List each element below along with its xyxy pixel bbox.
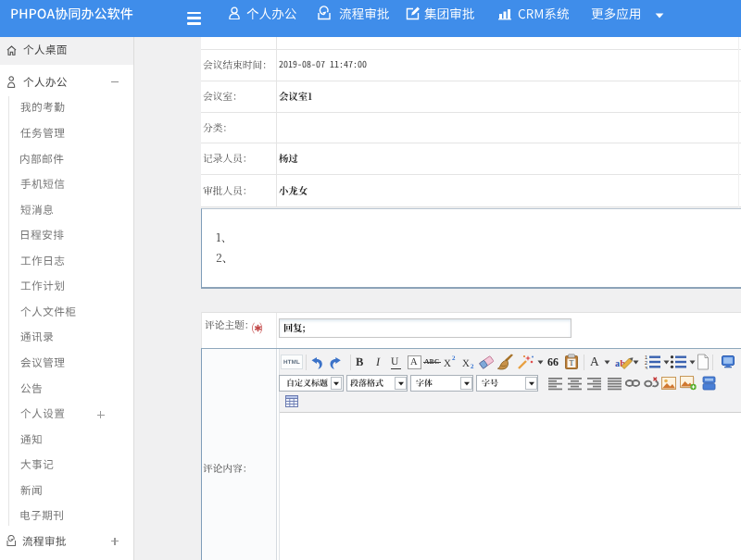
svg-text:T: T <box>570 359 574 367</box>
svg-text:a: a <box>615 358 620 368</box>
svg-text:3: 3 <box>645 366 647 370</box>
